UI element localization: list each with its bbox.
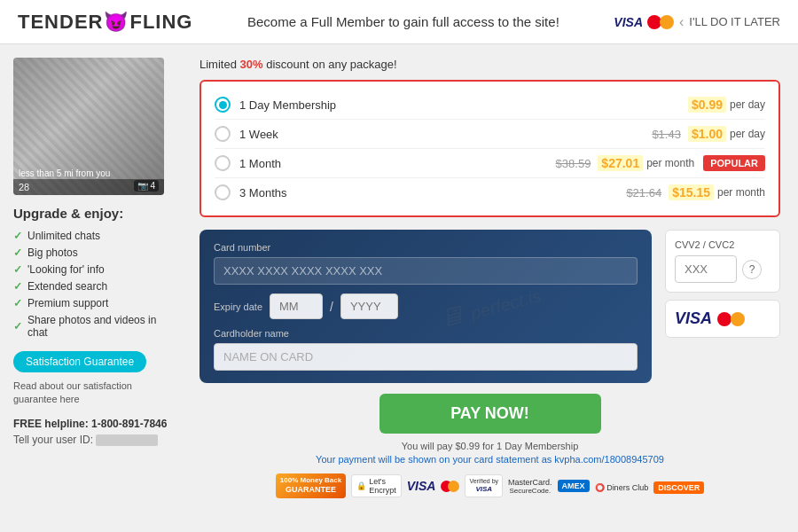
list-item: ✓Premium support xyxy=(13,297,173,309)
plan-original-1week: $1.43 xyxy=(652,128,681,141)
plan-unit-1month: per month xyxy=(646,157,694,169)
mc-circle1-cvv xyxy=(717,312,732,326)
list-item: ✓Big photos xyxy=(13,246,173,259)
list-item: ✓Extended search xyxy=(13,280,173,293)
expiry-month-input[interactable] xyxy=(270,293,323,319)
plan-radio-1week[interactable] xyxy=(215,126,231,142)
chevron-left-icon: ‹ xyxy=(679,14,684,30)
badge-visa: VISA xyxy=(407,479,436,493)
cvv-input[interactable] xyxy=(675,255,737,283)
plan-name-1week: 1 Week xyxy=(239,128,652,141)
check-icon: ✓ xyxy=(13,280,22,293)
later-label[interactable]: I'LL DO IT LATER xyxy=(689,15,780,28)
badge-diners-club: ⭕ Diners Club xyxy=(595,483,649,492)
pay-statement-domain: kvpha.com/18008945709 xyxy=(554,454,664,465)
plan-name-1day: 1 Day Membership xyxy=(239,98,688,112)
badge-row2: ⭕ Diners Club DISCOVER xyxy=(595,481,705,494)
expiry-row: Expiry date / xyxy=(214,293,638,319)
plan-radio-1day[interactable] xyxy=(215,97,231,113)
satisfaction-guarantee-button[interactable]: Satisfaction Guarantee xyxy=(13,351,146,372)
plan-sale-price-1month: $27.01 xyxy=(598,155,643,171)
plan-row-1day[interactable]: 1 Day Membership $0.99 per day xyxy=(215,90,765,120)
plan-radio-1month[interactable] xyxy=(215,155,231,171)
cardholder-label: Cardholder name xyxy=(214,328,638,339)
plan-unit-3months: per month xyxy=(717,186,765,199)
badge-amex: AMEX xyxy=(558,480,590,492)
header-headline: Become a Full Member to gain full access… xyxy=(247,14,559,29)
plan-radio-3months[interactable] xyxy=(215,184,231,200)
check-icon: ✓ xyxy=(13,263,22,276)
plan-row-1month[interactable]: 1 Month $38.59 $27.01 per month POPULAR xyxy=(215,149,765,178)
right-panel: Limited 30% discount on any package! 1 D… xyxy=(186,44,798,532)
pricing-box: 1 Day Membership $0.99 per day 1 Week $1… xyxy=(200,80,780,217)
upgrade-title: Upgrade & enjoy: xyxy=(13,206,173,221)
plan-row-1week[interactable]: 1 Week $1.43 $1.00 per day xyxy=(215,120,765,149)
badge-discover: DISCOVER xyxy=(653,481,704,494)
mc-circle2-cvv xyxy=(731,312,745,326)
badge-letsencrypt: 🔒 Let'sEncrypt xyxy=(351,474,402,497)
popular-badge: POPULAR xyxy=(703,155,765,171)
pay-note: You will pay $0.99 for 1 Day Membership xyxy=(200,441,780,451)
cvv-input-row: ? xyxy=(675,255,771,283)
logo-text1: TENDER xyxy=(18,11,103,34)
header: TENDER 😈 FLING Become a Full Member to g… xyxy=(0,0,798,44)
user-id-row: Tell your user ID: xyxy=(13,434,173,446)
list-item: ✓'Looking for' info xyxy=(13,263,173,276)
pay-now-button[interactable]: PAY NOW! xyxy=(379,394,601,434)
payment-section: 🖥 perfect.is Card number Expiry date / C… xyxy=(200,230,780,383)
later-link[interactable]: VISA ‹ I'LL DO IT LATER xyxy=(614,14,780,30)
cvv-help-button[interactable]: ? xyxy=(742,260,762,279)
logo-text2: FLING xyxy=(129,11,192,34)
badge-money-back: 100% Money Back GUARANTEE xyxy=(276,473,346,498)
plan-unit-1week: per day xyxy=(730,128,765,140)
cvv-label: CVV2 / CVC2 xyxy=(675,239,771,250)
discount-percent: 30% xyxy=(240,58,263,71)
check-icon: ✓ xyxy=(13,297,22,309)
satisfaction-text: Read about our satisfaction guarantee he… xyxy=(13,379,173,407)
radio-selected-dot xyxy=(219,101,227,109)
check-icon: ✓ xyxy=(13,230,22,242)
card-number-label: Card number xyxy=(214,242,638,253)
header-card-icons: VISA xyxy=(614,15,674,29)
plan-row-3months[interactable]: 3 Months $21.64 $15.15 per month xyxy=(215,178,765,207)
badge-mastercard-securecode: MasterCard. SecureCode. xyxy=(508,478,552,495)
check-icon: ✓ xyxy=(13,320,22,332)
camera-icon: 📷 xyxy=(137,181,148,191)
plan-name-3months: 3 Months xyxy=(239,186,626,200)
helpline: FREE helpline: 1-800-891-7846 xyxy=(13,418,173,430)
logo: TENDER 😈 FLING xyxy=(18,11,192,34)
check-icon: ✓ xyxy=(13,246,22,259)
cardholder-name-input[interactable] xyxy=(214,343,638,371)
visa-icon: VISA xyxy=(614,15,643,29)
badge-mastercard xyxy=(441,481,459,492)
pay-statement: Your payment will be shown on your card … xyxy=(200,454,780,465)
main-content: 28 less than 5 mi from you 📷 4 Upgrade &… xyxy=(0,44,798,532)
visa-icon-cvv: VISA xyxy=(675,309,712,328)
card-form: Card number Expiry date / Cardholder nam… xyxy=(200,230,652,383)
profile-image: 28 less than 5 mi from you 📷 4 xyxy=(13,58,164,195)
logo-devil-icon: 😈 xyxy=(104,11,129,34)
card-number-input[interactable] xyxy=(214,257,638,285)
camera-badge: 📷 4 xyxy=(134,180,159,192)
plan-original-3months: $21.64 xyxy=(626,186,661,200)
profile-distance: less than 5 mi from you xyxy=(19,168,110,178)
left-panel: 28 less than 5 mi from you 📷 4 Upgrade &… xyxy=(0,44,186,532)
feature-list: ✓Unlimited chats ✓Big photos ✓'Looking f… xyxy=(13,230,173,339)
user-id-value xyxy=(96,434,158,446)
list-item: ✓Unlimited chats xyxy=(13,230,173,242)
list-item: ✓Share photos and videos in chat xyxy=(13,314,173,339)
plan-original-1month: $38.59 xyxy=(556,157,591,170)
expiry-year-input[interactable] xyxy=(340,293,398,319)
plan-unit-1day: per day xyxy=(730,98,765,111)
discount-banner: Limited 30% discount on any package! xyxy=(200,58,780,71)
mastercard-icon-right xyxy=(660,15,674,29)
plan-sale-price-1day: $0.99 xyxy=(688,97,726,113)
plan-sale-price-1week: $1.00 xyxy=(688,126,726,142)
plan-sale-price-3months: $15.15 xyxy=(669,184,714,200)
cvv-panel: CVV2 / CVC2 ? VISA xyxy=(665,230,780,383)
trust-badges: 100% Money Back GUARANTEE 🔒 Let'sEncrypt… xyxy=(200,473,780,498)
mc-right xyxy=(448,481,459,492)
expiry-label: Expiry date xyxy=(214,301,262,312)
expiry-separator: / xyxy=(330,300,333,314)
lock-icon: 🔒 xyxy=(356,481,366,490)
